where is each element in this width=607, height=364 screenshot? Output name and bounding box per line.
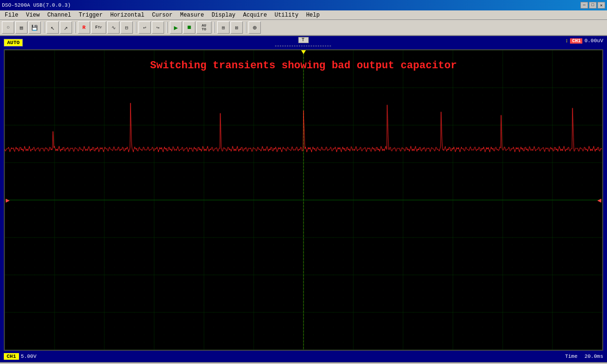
- time-readout: Time 20.0ms: [565, 354, 603, 359]
- maximize-button[interactable]: □: [589, 2, 597, 9]
- toolbar-sep-3: [135, 22, 136, 33]
- right-trigger-marker: ◀: [598, 196, 601, 204]
- menu-horizontal[interactable]: Horizontal: [106, 11, 148, 19]
- ch1-readout: ↕ CH1 0.00uV: [565, 38, 603, 44]
- scope-canvas: [5, 50, 602, 350]
- menu-channel[interactable]: Channel: [44, 11, 75, 19]
- auto-badge: AUTO: [4, 39, 23, 46]
- menu-file[interactable]: File: [1, 11, 22, 19]
- ch1-volt-display: CH1 5.00V: [4, 353, 37, 360]
- tool-save[interactable]: 💾: [28, 21, 41, 34]
- trigger-arrow-marker: [301, 50, 306, 54]
- ch1-voltage-value: 0.00uV: [584, 38, 603, 44]
- toolbar-sep-1: [43, 22, 44, 33]
- trigger-marker: T: [275, 37, 332, 49]
- menu-acquire[interactable]: Acquire: [239, 11, 271, 19]
- toolbar-sep-6: [245, 22, 246, 33]
- menu-display[interactable]: Display: [208, 11, 239, 19]
- tool-rewind[interactable]: ↩: [138, 21, 151, 34]
- tool-display2[interactable]: ⊠: [230, 21, 243, 34]
- tool-stop[interactable]: ■: [183, 21, 195, 34]
- tool-cursor-arrow2[interactable]: ↗: [60, 21, 72, 34]
- menu-cursor[interactable]: Cursor: [148, 11, 176, 19]
- tool-math[interactable]: ∿: [107, 21, 120, 34]
- tool-run[interactable]: ▶: [170, 21, 182, 34]
- ch1-badge: CH1: [570, 38, 582, 44]
- time-label: Time: [565, 354, 577, 359]
- scope-screen[interactable]: Switching transients showing bad output …: [4, 49, 603, 351]
- title-bar: DSO-5200A USB(7.0.0.3) — □ ✕: [0, 0, 607, 10]
- trigger-arrow-icon: [301, 50, 306, 54]
- tool-forward[interactable]: ↪: [152, 21, 164, 34]
- tool-measure[interactable]: ⊕: [248, 21, 261, 34]
- menu-view[interactable]: View: [22, 11, 44, 19]
- tool-r[interactable]: R: [78, 21, 90, 34]
- ch1-volt-badge: CH1: [4, 353, 19, 360]
- bottom-measurement-bar: CH1 5.00V Time 20.0ms: [0, 351, 607, 362]
- menu-bar: File View Channel Trigger Horizontal Cur…: [0, 10, 607, 20]
- app-title: DSO-5200A USB(7.0.0.3): [2, 2, 71, 8]
- tool-display1[interactable]: ⊞: [217, 21, 230, 34]
- toolbar-sep-4: [166, 22, 167, 33]
- tool-ref[interactable]: ⊟: [120, 21, 133, 34]
- tool-open[interactable]: ▤: [15, 21, 28, 34]
- tool-fft[interactable]: FTr: [91, 21, 106, 34]
- toolbar-sep-2: [74, 22, 75, 33]
- trigger-t-label: T: [298, 37, 309, 43]
- time-value: 20.0ms: [584, 354, 603, 359]
- menu-help[interactable]: Help: [302, 11, 323, 19]
- window-controls: — □ ✕: [580, 2, 605, 9]
- toolbar: ○ ▤ 💾 ↖ ↗ R FTr ∿ ⊟ ↩ ↪ ▶ ■ AUTO ⊞ ⊠ ⊕: [0, 20, 607, 36]
- menu-utility[interactable]: Utility: [271, 11, 302, 19]
- close-button[interactable]: ✕: [598, 2, 605, 9]
- toolbar-sep-5: [214, 22, 215, 33]
- tool-new[interactable]: ○: [2, 21, 14, 34]
- menu-measure[interactable]: Measure: [176, 11, 208, 19]
- scope-container: AUTO T ↕ CH1 0.00uV Switching transients…: [0, 36, 607, 362]
- ch1-volt-value: 5.00V: [21, 354, 37, 359]
- status-bar: Connected 30-09-2017 06:16: [0, 362, 607, 364]
- menu-trigger[interactable]: Trigger: [75, 11, 106, 19]
- top-info-bar: AUTO T ↕ CH1 0.00uV: [0, 36, 607, 49]
- minimize-button[interactable]: —: [580, 2, 588, 9]
- left-trigger-marker: ▶: [6, 196, 9, 204]
- tool-cursor-arrow1[interactable]: ↖: [46, 21, 59, 34]
- tool-auto[interactable]: AUTO: [196, 21, 212, 34]
